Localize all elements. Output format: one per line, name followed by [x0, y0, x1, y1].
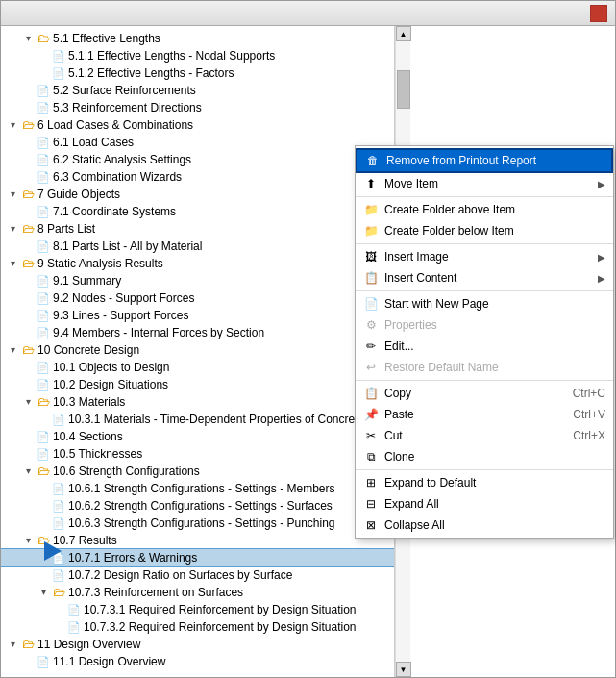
page-icon: 📄	[51, 567, 66, 583]
page-icon: 📄	[36, 325, 51, 340]
tree-item-10-6-1[interactable]: 📄10.6.1 Strength Configurations - Settin…	[1, 480, 394, 497]
menu-label: Insert Content	[384, 271, 598, 285]
menu-item-move[interactable]: ⬆Move Item▶	[356, 173, 613, 194]
menu-item-folder_below[interactable]: 📁Create Folder below Item	[356, 220, 613, 241]
tree-item-10[interactable]: ▾🗁10 Concrete Design	[1, 341, 394, 359]
tree-item-10-6-3[interactable]: 📄10.6.3 Strength Configurations - Settin…	[1, 515, 394, 532]
tree-toggle[interactable]: ▾	[5, 221, 20, 237]
tree-item-6-3[interactable]: 📄6.3 Combination Wizards	[1, 168, 394, 186]
tree-item-5-1-2[interactable]: 📄5.1.2 Effective Lengths - Factors	[1, 64, 394, 82]
page-icon: 📄	[66, 602, 82, 617]
menu-item-collapse_all[interactable]: ⊠Collapse All	[356, 515, 613, 536]
tree-item-10-7-3[interactable]: ▾🗁10.7.3 Reinforcement on Surfaces	[1, 584, 394, 601]
menu-item-edit[interactable]: ✏Edit...	[356, 336, 613, 357]
tree-spacer	[20, 360, 36, 375]
tree-toggle[interactable]: ▾	[5, 637, 20, 652]
tree-toggle[interactable]: ▾	[5, 256, 20, 271]
tree-toggle[interactable]: ▾	[5, 342, 20, 358]
tree-item-10-6[interactable]: ▾🗁10.6 Strength Configurations	[1, 463, 394, 480]
menu-item-expand_default[interactable]: ⊞Expand to Default	[356, 472, 613, 493]
tree-item-5-1[interactable]: ▾🗁5.1 Effective Lengths	[1, 30, 394, 47]
tree-item-10-4[interactable]: 📄10.4 Sections	[1, 428, 394, 445]
page-icon: 📄	[36, 360, 51, 375]
tree-label: 10.6.3 Strength Configurations - Setting…	[68, 515, 335, 531]
tree-label: 10.1 Objects to Design	[53, 360, 169, 375]
tree-item-5-2[interactable]: 📄5.2 Surface Reinforcements	[1, 82, 394, 99]
menu-label: Restore Default Name	[384, 361, 605, 374]
menu-label: Paste	[384, 408, 565, 421]
menu-item-paste[interactable]: 📌PasteCtrl+V	[356, 404, 613, 425]
folder_above-icon: 📁	[361, 202, 381, 217]
tree-item-5-1-1[interactable]: 📄5.1.1 Effective Lengths - Nodal Support…	[1, 47, 394, 64]
tree-item-10-3-1[interactable]: 📄10.3.1 Materials - Time-Dependent Prope…	[1, 411, 394, 428]
close-button[interactable]	[590, 5, 607, 22]
menu-item-insert_image[interactable]: 🖼Insert Image▶	[356, 246, 613, 267]
tree-label: 7 Guide Objects	[37, 187, 120, 202]
tree-spacer	[51, 619, 66, 635]
tree-item-9[interactable]: ▾🗁9 Static Analysis Results	[1, 255, 394, 272]
tree-toggle[interactable]: ▾	[20, 394, 36, 410]
scroll-thumb[interactable]	[397, 70, 410, 109]
tree-label: 10 Concrete Design	[37, 342, 139, 358]
tree-item-9-3[interactable]: 📄9.3 Lines - Support Forces	[1, 307, 394, 324]
tree-toggle[interactable]: ▾	[20, 464, 36, 479]
tree-item-8[interactable]: ▾🗁8 Parts List	[1, 220, 394, 238]
tree-item-10-6-2[interactable]: 📄10.6.2 Strength Configurations - Settin…	[1, 497, 394, 515]
tree-item-9-2[interactable]: 📄9.2 Nodes - Support Forces	[1, 289, 394, 307]
tree-label: 10.7.2 Design Ratio on Surfaces by Surfa…	[68, 567, 292, 583]
tree-toggle[interactable]: ▾	[5, 187, 20, 202]
tree-item-11[interactable]: ▾🗁11 Design Overview	[1, 636, 394, 653]
menu-item-new_page[interactable]: 📄Start with New Page	[356, 293, 613, 314]
tree-item-7[interactable]: ▾🗁7 Guide Objects	[1, 186, 394, 203]
menu-label: Copy	[384, 387, 565, 400]
folder-icon: 🗁	[36, 394, 51, 410]
tree-item-7-1[interactable]: 📄7.1 Coordinate Systems	[1, 203, 394, 220]
menu-label: Clone	[384, 450, 605, 464]
tree-item-10-5[interactable]: 📄10.5 Thicknesses	[1, 445, 394, 463]
scroll-down-button[interactable]: ▼	[396, 662, 411, 677]
tree-item-11-1[interactable]: 📄11.1 Design Overview	[1, 653, 394, 670]
menu-item-cut[interactable]: ✂CutCtrl+X	[356, 425, 613, 446]
tree-label: 9.4 Members - Internal Forces by Section	[53, 325, 264, 340]
page-icon: 📄	[36, 83, 51, 98]
tree-toggle[interactable]: ▾	[5, 117, 20, 133]
menu-item-folder_above[interactable]: 📁Create Folder above Item	[356, 199, 613, 220]
menu-label: Start with New Page	[384, 297, 605, 311]
menu-item-clone[interactable]: ⧉Clone	[356, 446, 613, 467]
tree-label: 5.1.1 Effective Lengths - Nodal Supports	[68, 48, 275, 63]
page-icon: 📄	[36, 654, 51, 669]
folder-icon: 🗁	[20, 221, 36, 237]
tree-item-10-7-2[interactable]: 📄10.7.2 Design Ratio on Surfaces by Surf…	[1, 566, 394, 584]
page-icon: 📄	[51, 412, 66, 427]
tree-item-9-1[interactable]: 📄9.1 Summary	[1, 272, 394, 289]
tree-toggle[interactable]: ▾	[20, 533, 36, 548]
tree-item-10-3[interactable]: ▾🗁10.3 Materials	[1, 393, 394, 411]
tree-panel[interactable]: ▾🗁5.1 Effective Lengths📄5.1.1 Effective …	[1, 26, 395, 677]
menu-item-insert_content[interactable]: 📋Insert Content▶	[356, 267, 613, 289]
tree-item-10-2[interactable]: 📄10.2 Design Situations	[1, 376, 394, 393]
tree-label: 8 Parts List	[37, 221, 95, 237]
tree-toggle[interactable]: ▾	[20, 31, 36, 46]
tree-toggle[interactable]: ▾	[36, 585, 51, 600]
tree-item-6-2[interactable]: 📄6.2 Static Analysis Settings	[1, 151, 394, 168]
tree-item-10-1[interactable]: 📄10.1 Objects to Design	[1, 359, 394, 376]
tree-item-6[interactable]: ▾🗁6 Load Cases & Combinations	[1, 116, 394, 134]
tree-item-9-4[interactable]: 📄9.4 Members - Internal Forces by Sectio…	[1, 324, 394, 341]
tree-spacer	[20, 377, 36, 392]
tree-item-8-1[interactable]: 📄8.1 Parts List - All by Material	[1, 238, 394, 255]
tree-item-6-1[interactable]: 📄6.1 Load Cases	[1, 134, 394, 151]
tree-spacer	[20, 325, 36, 340]
tree-item-5-3[interactable]: 📄5.3 Reinforcement Directions	[1, 99, 394, 116]
menu-item-expand_all[interactable]: ⊟Expand All	[356, 493, 613, 515]
scroll-up-button[interactable]: ▲	[396, 26, 411, 41]
folder-icon: 🗁	[20, 256, 36, 271]
tree-label: 10.4 Sections	[53, 429, 123, 444]
tree-spacer	[20, 204, 36, 219]
menu-item-copy[interactable]: 📋CopyCtrl+C	[356, 383, 613, 404]
insert_content-icon: 📋	[361, 270, 381, 286]
tree-item-10-7-3-1[interactable]: 📄10.7.3.1 Required Reinforcement by Desi…	[1, 601, 394, 618]
menu-label: Insert Image	[384, 250, 598, 264]
menu-item-remove[interactable]: 🗑Remove from Printout Report	[356, 148, 613, 173]
tree-label: 11.1 Design Overview	[53, 654, 165, 669]
tree-item-10-7-3-2[interactable]: 📄10.7.3.2 Required Reinforcement by Desi…	[1, 618, 394, 636]
